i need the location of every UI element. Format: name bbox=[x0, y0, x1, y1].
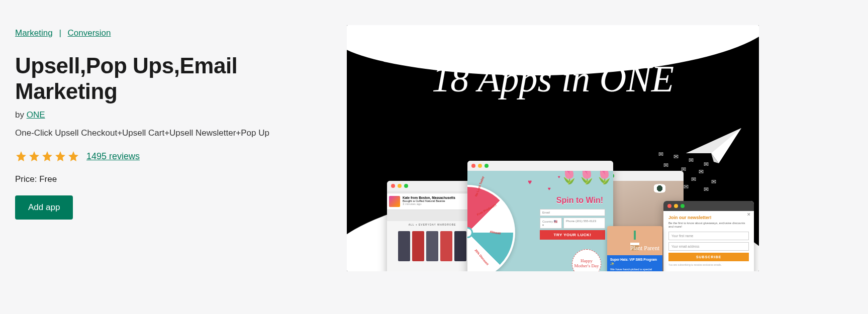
star-icon bbox=[41, 150, 53, 162]
newsletter-title: Join our newsletter! bbox=[668, 215, 749, 220]
spin-body: 🌷🌷🌷 ♥ ♥ ♥ No Luck Today Free Product!!! … bbox=[467, 171, 613, 271]
sms-body: Super Hats: VIP SMS Program ✨ We have ha… bbox=[607, 255, 662, 271]
window-traffic-lights bbox=[387, 181, 477, 191]
hero-headline: 18 Apps in ONE bbox=[347, 58, 759, 100]
tulip-decoration: 🌷🌷🌷 bbox=[560, 171, 613, 185]
heart-icon: ♥ bbox=[528, 178, 532, 186]
developer-link[interactable]: ONE bbox=[27, 110, 45, 120]
mothers-day-badge: Happy Mother's Day bbox=[572, 249, 601, 271]
spin-country-select: Country 🇺🇸 ▾ bbox=[540, 218, 562, 229]
breadcrumb: Marketing | Conversion bbox=[15, 28, 327, 38]
heart-icon: ♥ bbox=[548, 186, 551, 191]
star-icon bbox=[54, 150, 66, 162]
close-icon: ✕ bbox=[747, 212, 751, 217]
sms-image: Plant Parent bbox=[607, 226, 662, 255]
spin-form: Email Country 🇺🇸 ▾ Phone (201) 555-0123 … bbox=[540, 209, 605, 240]
social-proof-toast: Kate from Boston, Massachusetts Bought a… bbox=[387, 193, 474, 210]
app-title: Upsell,Pop Ups,Email Marketing bbox=[15, 53, 327, 104]
sms-line1: We have hand-picked a special product 🛍️… bbox=[610, 268, 659, 271]
product-thumb bbox=[412, 231, 424, 261]
breadcrumb-conversion-link[interactable]: Conversion bbox=[68, 28, 111, 38]
newsletter-firstname-field: Your first name bbox=[668, 232, 749, 240]
demo-sms-card: Plant Parent Super Hats: VIP SMS Program… bbox=[607, 226, 662, 271]
demo-window-newsletter: ✕ Join our newsletter! Be the first to k… bbox=[663, 201, 754, 271]
sms-header: Super Hats: VIP SMS Program ✨ bbox=[610, 258, 659, 266]
developer-byline: by ONE bbox=[15, 110, 327, 120]
product-thumb bbox=[398, 231, 410, 261]
hero-banner: 18 Apps in ONE ✉✉ ✉✉ ✉✉ ✉✉ ✉✉ ✉✉ ✉✉ Kate… bbox=[347, 25, 759, 271]
newsletter-sub: Be the first to know about giveaways, ex… bbox=[668, 222, 749, 229]
star-icon bbox=[67, 150, 79, 162]
star-rating bbox=[15, 150, 79, 162]
spin-email-field: Email bbox=[540, 209, 605, 216]
star-icon bbox=[28, 150, 40, 162]
demo-window-social-proof: Kate from Boston, Massachusetts Bought a… bbox=[387, 181, 477, 271]
breadcrumb-marketing-link[interactable]: Marketing bbox=[15, 28, 53, 38]
window-traffic-lights bbox=[467, 161, 613, 171]
eye-illustration bbox=[651, 184, 668, 193]
by-prefix: by bbox=[15, 110, 27, 120]
heart-icon: ♥ bbox=[558, 175, 560, 179]
spin-submit-button: TRY YOUR LUCK! bbox=[540, 230, 605, 240]
avatar bbox=[389, 196, 400, 207]
spin-title: Spin to Win! bbox=[556, 196, 603, 205]
product-thumb bbox=[454, 231, 466, 261]
breadcrumb-separator: | bbox=[59, 28, 61, 38]
spin-phone-field: Phone (201) 555-0123 bbox=[563, 218, 605, 229]
app-tagline: One-Click Upsell Checkout+Upsell Cart+Up… bbox=[15, 128, 327, 138]
demo-store-grid: ALL + EVERYDAY WARDROBE bbox=[387, 221, 477, 271]
price-label: Price: Free bbox=[15, 174, 327, 184]
add-app-button[interactable]: Add app bbox=[15, 195, 73, 220]
proof-name: Kate from Boston, Massachusetts bbox=[403, 196, 455, 199]
sms-brand: Plant Parent bbox=[630, 245, 659, 252]
product-thumb bbox=[426, 231, 438, 261]
demo-window-spin-wheel: 🌷🌷🌷 ♥ ♥ ♥ No Luck Today Free Product!!! … bbox=[467, 161, 613, 271]
star-icon bbox=[15, 150, 27, 162]
app-listing: Marketing | Conversion Upsell,Pop Ups,Em… bbox=[0, 0, 868, 286]
rating-row: 1495 reviews bbox=[15, 150, 327, 162]
reviews-link[interactable]: 1495 reviews bbox=[86, 151, 140, 162]
newsletter-body: Join our newsletter! Be the first to kno… bbox=[663, 211, 754, 270]
prize-wheel bbox=[467, 185, 515, 271]
listing-info-column: Marketing | Conversion Upsell,Pop Ups,Em… bbox=[15, 25, 327, 271]
window-traffic-lights bbox=[663, 201, 754, 211]
proof-time: 3 minutes ago bbox=[403, 202, 455, 205]
newsletter-footer: You are subscribing to receive exclusive… bbox=[668, 263, 749, 266]
store-header: ALL + EVERYDAY WARDROBE bbox=[387, 221, 477, 228]
newsletter-subscribe-button: SUBSCRIBE bbox=[668, 253, 749, 261]
newsletter-email-field: Your email address bbox=[668, 242, 749, 251]
product-thumb bbox=[440, 231, 452, 261]
wheel-hub bbox=[467, 227, 473, 238]
